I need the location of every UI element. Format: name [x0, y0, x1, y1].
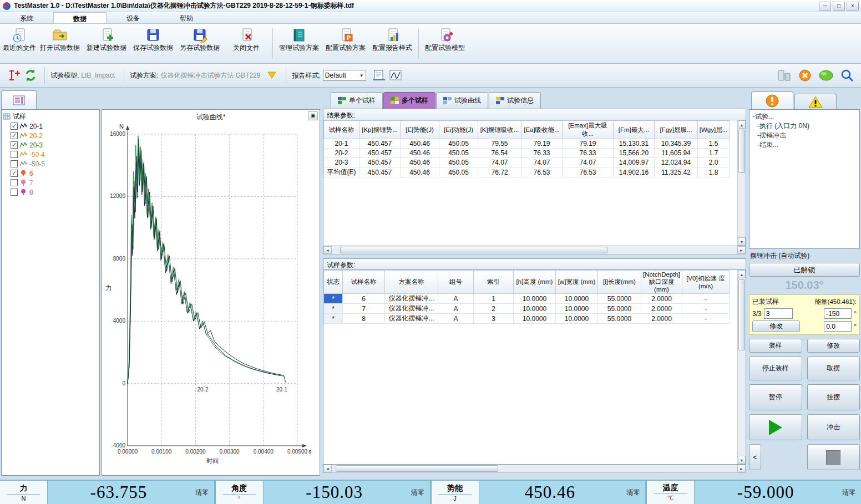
save-data-button[interactable]: 保存试验数据: [130, 25, 176, 62]
clear-energy-button[interactable]: 清零: [621, 481, 645, 504]
column-header[interactable]: 方案名称: [385, 271, 438, 294]
target-angle-input[interactable]: [824, 308, 852, 319]
column-header[interactable]: [Fgy]屈服...: [655, 121, 698, 139]
column-header[interactable]: [NotchDepth] 缺口深度 (mm): [641, 271, 682, 294]
tree-item--50-5[interactable]: -50-5: [11, 159, 98, 169]
modify-angle-button[interactable]: 修改: [752, 320, 800, 332]
column-header[interactable]: 试样名称: [343, 271, 385, 294]
modify-sample-button[interactable]: 修改: [807, 339, 860, 353]
warnings-tab[interactable]: [794, 94, 837, 109]
specimen-list-tab[interactable]: [1, 90, 37, 109]
scroll-down-icon[interactable]: ▼: [738, 456, 746, 464]
take-pendulum-button[interactable]: 取摆: [807, 357, 860, 380]
pause-button[interactable]: 暂停: [749, 384, 802, 410]
result-row[interactable]: 20-3450.457450.46450.0574.0774.0774.0714…: [324, 158, 730, 167]
column-header[interactable]: [V0]初始速 度(m/s): [682, 271, 730, 294]
samples-horizontal-scrollbar[interactable]: ◄ ►: [323, 465, 746, 473]
save-as-button[interactable]: 另存试验数据: [176, 25, 223, 62]
config-model-button[interactable]: 配置试验模型: [422, 25, 468, 62]
scroll-left-icon[interactable]: ◄: [323, 246, 332, 254]
column-header[interactable]: [h]高度 (mm): [514, 271, 556, 294]
impact-button[interactable]: 冲击: [807, 414, 860, 440]
tree-item--50-4[interactable]: -50-4: [11, 150, 98, 159]
sample-count-input[interactable]: [764, 308, 793, 319]
sample-row[interactable]: *6仪器化摆锤冲...A110.000010.000055.00002.0000…: [324, 294, 730, 304]
checkbox[interactable]: [11, 179, 18, 186]
checkbox[interactable]: ✓: [11, 141, 18, 149]
tab-single-sample[interactable]: 单个试样: [331, 92, 383, 109]
menu-device[interactable]: 设备: [107, 12, 160, 23]
start-test-button[interactable]: [749, 414, 802, 440]
tree-item-20-3[interactable]: ✓ 20-3: [11, 140, 98, 150]
tree-item-8[interactable]: 8: [11, 187, 98, 197]
search-icon[interactable]: [839, 67, 855, 84]
scroll-right-icon[interactable]: ►: [737, 246, 746, 254]
tree-item-20-2[interactable]: ✓ 20-2: [11, 131, 98, 140]
stop-loading-button[interactable]: 停止装样: [749, 357, 802, 380]
sample-row[interactable]: *8仪器化摆锤冲...A310.000010.000055.00002.0000…: [324, 314, 730, 324]
column-header[interactable]: 状态: [324, 271, 343, 294]
load-sample-button[interactable]: 装样: [749, 339, 802, 353]
column-header[interactable]: [K]摆锤吸收...: [478, 121, 521, 139]
filter-icon[interactable]: [264, 67, 280, 84]
new-data-button[interactable]: 新建试验数据: [83, 25, 130, 62]
result-row[interactable]: 20-1450.457450.46450.0579.5579.1979.1915…: [324, 139, 730, 149]
checkbox[interactable]: ✓: [11, 123, 18, 130]
tab-test-info[interactable]: 试验信息: [489, 92, 541, 109]
collapse-panel-button[interactable]: <: [749, 444, 761, 470]
recent-file-button[interactable]: 最近的文件: [2, 25, 37, 62]
scroll-up-icon[interactable]: ▲: [738, 120, 746, 129]
column-header[interactable]: 索引: [474, 271, 514, 294]
clear-force-button[interactable]: 清零: [190, 481, 214, 504]
column-header[interactable]: [Ea]吸收能...: [521, 121, 563, 139]
scroll-down-icon[interactable]: ▼: [738, 237, 746, 246]
result-row[interactable]: 20-2450.457450.46450.0576.5476.3376.3315…: [324, 149, 730, 158]
checkbox[interactable]: [11, 189, 18, 196]
scroll-right-icon[interactable]: ►: [737, 465, 746, 472]
curve-style-icon[interactable]: [387, 67, 404, 84]
close-file-button[interactable]: 关闭文件: [223, 25, 270, 62]
results-vertical-scrollbar[interactable]: ▲ ▼: [737, 120, 746, 246]
refresh-icon[interactable]: [22, 67, 39, 84]
hang-pendulum-button[interactable]: 挂摆: [807, 384, 860, 410]
alerts-tab[interactable]: [751, 91, 793, 109]
column-header[interactable]: [Emax]最大吸收...: [563, 121, 614, 139]
results-horizontal-scrollbar[interactable]: ◄ ►: [323, 246, 746, 254]
checkbox[interactable]: [11, 160, 18, 167]
tab-multi-sample[interactable]: 多个试样: [383, 92, 435, 109]
manage-plan-button[interactable]: 管理试验方案: [276, 25, 322, 62]
maximize-button[interactable]: □: [833, 2, 845, 11]
minimize-button[interactable]: ─: [819, 2, 831, 11]
checkbox[interactable]: ✓: [11, 132, 18, 139]
column-header[interactable]: [l]长度(mm): [598, 271, 641, 294]
checkbox[interactable]: [11, 151, 18, 158]
tree-item-7[interactable]: 7: [11, 178, 98, 187]
column-header[interactable]: [Kp]摆锤势...: [359, 121, 401, 139]
chart-tool-button[interactable]: ▣: [308, 111, 318, 120]
stop-button[interactable]: [807, 444, 860, 470]
clear-angle-button[interactable]: 清零: [406, 481, 430, 504]
menu-help[interactable]: 帮助: [160, 12, 213, 23]
clear-temperature-button[interactable]: 清零: [837, 481, 861, 504]
close-button[interactable]: ×: [847, 2, 859, 11]
checkbox[interactable]: ✓: [11, 170, 18, 177]
samples-vertical-scrollbar[interactable]: ▲ ▼: [737, 270, 746, 464]
column-header[interactable]: 试样名称: [324, 121, 359, 139]
config-plan-button[interactable]: P 配置试验方案: [322, 25, 369, 62]
zero-angle-input[interactable]: [824, 321, 852, 332]
result-row[interactable]: 平均值(E)450.457450.46450.0576.7276.5376.53…: [324, 167, 730, 177]
column-header[interactable]: [Ei]动能(J): [439, 121, 478, 139]
column-header[interactable]: [E]势能(J): [401, 121, 439, 139]
sample-row[interactable]: *7仪器化摆锤冲...A210.000010.000055.00002.0000…: [324, 304, 730, 314]
tree-item-6[interactable]: ✓ 6: [11, 169, 98, 178]
column-header[interactable]: [w]宽度 (mm): [556, 271, 598, 294]
scroll-left-icon[interactable]: ◄: [323, 465, 332, 472]
tree-item-20-1[interactable]: ✓ 20-1: [11, 121, 98, 131]
config-report-button[interactable]: 配置报告样式: [369, 25, 416, 62]
add-specimen-icon[interactable]: [6, 67, 22, 84]
column-header[interactable]: [Wgy]屈...: [698, 121, 730, 139]
open-data-button[interactable]: 打开试验数据: [37, 25, 83, 62]
scroll-up-icon[interactable]: ▲: [738, 270, 746, 278]
tab-test-curve[interactable]: 试验曲线: [436, 92, 488, 109]
lock-status-button[interactable]: 已解锁: [749, 263, 860, 277]
